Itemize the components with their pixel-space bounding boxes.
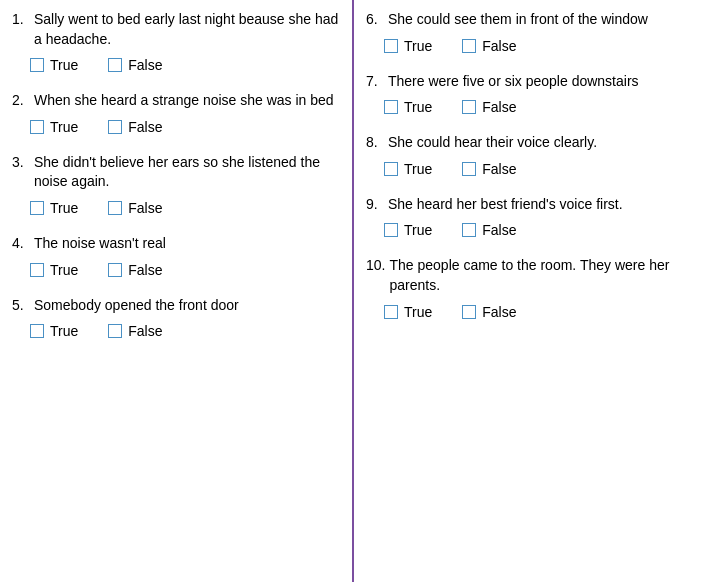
true-checkbox[interactable] — [384, 39, 398, 53]
options-row: TrueFalse — [30, 57, 340, 73]
true-option[interactable]: True — [30, 262, 78, 278]
question-number: 10. — [366, 256, 385, 295]
question-body-text: The noise wasn't real — [34, 234, 340, 254]
false-checkbox[interactable] — [462, 39, 476, 53]
options-row: TrueFalse — [384, 38, 694, 54]
false-option[interactable]: False — [462, 161, 516, 177]
true-checkbox[interactable] — [384, 100, 398, 114]
false-label: False — [128, 200, 162, 216]
true-label: True — [50, 323, 78, 339]
true-option[interactable]: True — [384, 99, 432, 115]
false-label: False — [482, 99, 516, 115]
question-number: 6. — [366, 10, 384, 30]
question-number: 5. — [12, 296, 30, 316]
question-block: 7.There were five or six people downstai… — [366, 72, 694, 116]
question-block: 9.She heard her best friend's voice firs… — [366, 195, 694, 239]
true-checkbox[interactable] — [30, 324, 44, 338]
question-text: 9.She heard her best friend's voice firs… — [366, 195, 694, 215]
false-option[interactable]: False — [108, 323, 162, 339]
options-row: TrueFalse — [30, 200, 340, 216]
true-label: True — [404, 161, 432, 177]
right-column: 6.She could see them in front of the win… — [354, 0, 706, 582]
question-body-text: There were five or six people downstairs — [388, 72, 694, 92]
question-number: 1. — [12, 10, 30, 49]
false-checkbox[interactable] — [108, 263, 122, 277]
true-checkbox[interactable] — [30, 201, 44, 215]
question-text: 6.She could see them in front of the win… — [366, 10, 694, 30]
false-option[interactable]: False — [108, 57, 162, 73]
question-body-text: Sally went to bed early last night beaus… — [34, 10, 340, 49]
question-number: 8. — [366, 133, 384, 153]
question-block: 6.She could see them in front of the win… — [366, 10, 694, 54]
true-label: True — [404, 99, 432, 115]
true-option[interactable]: True — [384, 222, 432, 238]
question-body-text: She didn't believe her ears so she liste… — [34, 153, 340, 192]
options-row: TrueFalse — [384, 222, 694, 238]
true-option[interactable]: True — [384, 38, 432, 54]
true-option[interactable]: True — [384, 304, 432, 320]
true-option[interactable]: True — [30, 323, 78, 339]
quiz-container: 1.Sally went to bed early last night bea… — [0, 0, 706, 582]
false-checkbox[interactable] — [108, 120, 122, 134]
false-label: False — [128, 57, 162, 73]
question-text: 5.Somebody opened the front door — [12, 296, 340, 316]
options-row: TrueFalse — [30, 262, 340, 278]
question-block: 2.When she heard a strange noise she was… — [12, 91, 340, 135]
true-checkbox[interactable] — [384, 162, 398, 176]
false-option[interactable]: False — [462, 304, 516, 320]
question-body-text: Somebody opened the front door — [34, 296, 340, 316]
false-option[interactable]: False — [462, 99, 516, 115]
question-number: 7. — [366, 72, 384, 92]
true-checkbox[interactable] — [30, 120, 44, 134]
false-checkbox[interactable] — [108, 58, 122, 72]
true-checkbox[interactable] — [30, 263, 44, 277]
false-label: False — [128, 323, 162, 339]
options-row: TrueFalse — [30, 119, 340, 135]
false-label: False — [128, 262, 162, 278]
true-label: True — [404, 222, 432, 238]
false-checkbox[interactable] — [108, 201, 122, 215]
question-text: 3.She didn't believe her ears so she lis… — [12, 153, 340, 192]
question-body-text: She could see them in front of the windo… — [388, 10, 694, 30]
true-label: True — [50, 200, 78, 216]
false-checkbox[interactable] — [462, 223, 476, 237]
false-option[interactable]: False — [462, 222, 516, 238]
question-body-text: She heard her best friend's voice first. — [388, 195, 694, 215]
question-text: 4.The noise wasn't real — [12, 234, 340, 254]
true-option[interactable]: True — [30, 57, 78, 73]
false-label: False — [482, 38, 516, 54]
false-checkbox[interactable] — [462, 100, 476, 114]
false-checkbox[interactable] — [462, 162, 476, 176]
question-block: 1.Sally went to bed early last night bea… — [12, 10, 340, 73]
question-block: 3.She didn't believe her ears so she lis… — [12, 153, 340, 216]
true-option[interactable]: True — [30, 200, 78, 216]
false-option[interactable]: False — [462, 38, 516, 54]
true-checkbox[interactable] — [384, 305, 398, 319]
options-row: TrueFalse — [384, 99, 694, 115]
question-text: 1.Sally went to bed early last night bea… — [12, 10, 340, 49]
question-body-text: The people came to the room. They were h… — [389, 256, 694, 295]
true-checkbox[interactable] — [30, 58, 44, 72]
question-text: 8.She could hear their voice clearly. — [366, 133, 694, 153]
true-option[interactable]: True — [30, 119, 78, 135]
question-block: 4.The noise wasn't realTrueFalse — [12, 234, 340, 278]
question-number: 4. — [12, 234, 30, 254]
options-row: TrueFalse — [30, 323, 340, 339]
question-number: 9. — [366, 195, 384, 215]
false-option[interactable]: False — [108, 200, 162, 216]
false-checkbox[interactable] — [108, 324, 122, 338]
question-number: 3. — [12, 153, 30, 192]
false-checkbox[interactable] — [462, 305, 476, 319]
false-label: False — [482, 222, 516, 238]
options-row: TrueFalse — [384, 161, 694, 177]
true-label: True — [50, 57, 78, 73]
false-option[interactable]: False — [108, 262, 162, 278]
true-checkbox[interactable] — [384, 223, 398, 237]
question-block: 8.She could hear their voice clearly.Tru… — [366, 133, 694, 177]
false-option[interactable]: False — [108, 119, 162, 135]
false-label: False — [482, 304, 516, 320]
true-option[interactable]: True — [384, 161, 432, 177]
question-text: 10.The people came to the room. They wer… — [366, 256, 694, 295]
question-number: 2. — [12, 91, 30, 111]
options-row: TrueFalse — [384, 304, 694, 320]
